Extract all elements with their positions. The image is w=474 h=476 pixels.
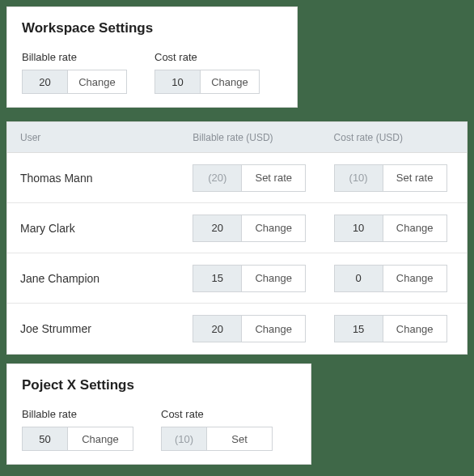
cell-cost: Change <box>326 215 467 242</box>
cost-button[interactable]: Change <box>383 266 446 291</box>
table-row: Joe StrummerChangeChange <box>7 304 467 354</box>
project-cost-button[interactable]: Set <box>207 427 272 450</box>
project-settings-title: Poject X Settings <box>22 377 296 393</box>
billable-button[interactable]: Change <box>242 266 305 291</box>
cost-control: Set rate <box>334 164 447 192</box>
workspace-cost-label: Cost rate <box>154 51 260 63</box>
project-settings-panel: Poject X Settings Billable rate Change C… <box>6 363 311 465</box>
project-billable-control: Change <box>22 427 133 451</box>
cell-cost: Change <box>326 315 467 342</box>
cost-input[interactable] <box>335 215 383 241</box>
cost-button[interactable]: Change <box>383 316 446 342</box>
cost-input[interactable] <box>335 316 383 342</box>
cost-button[interactable]: Set rate <box>383 165 446 191</box>
billable-control: Change <box>193 265 306 292</box>
col-header-billable: Billable rate (USD) <box>184 132 325 143</box>
cell-cost: Set rate <box>326 164 467 192</box>
billable-input[interactable] <box>193 215 242 241</box>
workspace-settings-panel: Workspace Settings Billable rate Change … <box>6 6 298 108</box>
cell-cost: Change <box>326 265 467 292</box>
billable-input[interactable] <box>193 165 242 191</box>
cost-control: Change <box>334 215 447 242</box>
project-cost-control: Set <box>161 427 273 451</box>
table-body: Thomas MannSet rateSet rateMary ClarkCha… <box>7 153 467 354</box>
cost-button[interactable]: Change <box>383 215 446 241</box>
cell-user: Jane Champion <box>7 272 184 285</box>
billable-input[interactable] <box>193 266 242 291</box>
cost-control: Change <box>334 315 447 342</box>
project-billable-group: Billable rate Change <box>22 408 133 451</box>
workspace-cost-input[interactable] <box>155 70 201 93</box>
workspace-billable-button[interactable]: Change <box>68 70 126 93</box>
cell-billable: Change <box>184 265 325 292</box>
project-cost-group: Cost rate Set <box>161 408 273 451</box>
billable-control: Set rate <box>193 164 306 192</box>
billable-button[interactable]: Change <box>242 215 305 241</box>
workspace-rate-row: Billable rate Change Cost rate Change <box>22 51 282 94</box>
cell-billable: Change <box>184 215 325 242</box>
cell-user: Thomas Mann <box>7 172 184 185</box>
project-rate-row: Billable rate Change Cost rate Set <box>22 408 296 451</box>
table-header: User Billable rate (USD) Cost rate (USD) <box>7 122 467 153</box>
table-row: Thomas MannSet rateSet rate <box>7 153 467 203</box>
workspace-billable-input[interactable] <box>23 70 68 93</box>
cost-input[interactable] <box>335 165 383 191</box>
billable-control: Change <box>193 215 306 242</box>
workspace-billable-control: Change <box>22 70 127 94</box>
billable-button[interactable]: Set rate <box>242 165 305 191</box>
cell-user: Joe Strummer <box>7 322 184 335</box>
col-header-cost: Cost rate (USD) <box>326 132 467 143</box>
billable-control: Change <box>193 315 306 342</box>
workspace-billable-group: Billable rate Change <box>22 51 127 94</box>
cell-user: Mary Clark <box>7 222 184 235</box>
billable-input[interactable] <box>193 316 242 342</box>
users-rate-table: User Billable rate (USD) Cost rate (USD)… <box>6 121 468 355</box>
table-row: Mary ClarkChangeChange <box>7 203 467 253</box>
project-billable-button[interactable]: Change <box>68 427 133 450</box>
project-cost-input[interactable] <box>162 427 207 450</box>
workspace-settings-title: Workspace Settings <box>22 20 282 36</box>
project-billable-label: Billable rate <box>22 408 133 420</box>
cost-control: Change <box>334 265 447 292</box>
workspace-cost-control: Change <box>154 70 260 94</box>
workspace-billable-label: Billable rate <box>22 51 127 63</box>
cost-input[interactable] <box>335 266 383 291</box>
workspace-cost-button[interactable]: Change <box>201 70 259 93</box>
cell-billable: Change <box>184 315 325 342</box>
project-cost-label: Cost rate <box>161 408 273 420</box>
col-header-user: User <box>7 132 184 143</box>
cell-billable: Set rate <box>184 164 325 192</box>
table-row: Jane ChampionChangeChange <box>7 253 467 304</box>
workspace-cost-group: Cost rate Change <box>154 51 260 94</box>
billable-button[interactable]: Change <box>242 316 305 342</box>
project-billable-input[interactable] <box>23 427 68 450</box>
